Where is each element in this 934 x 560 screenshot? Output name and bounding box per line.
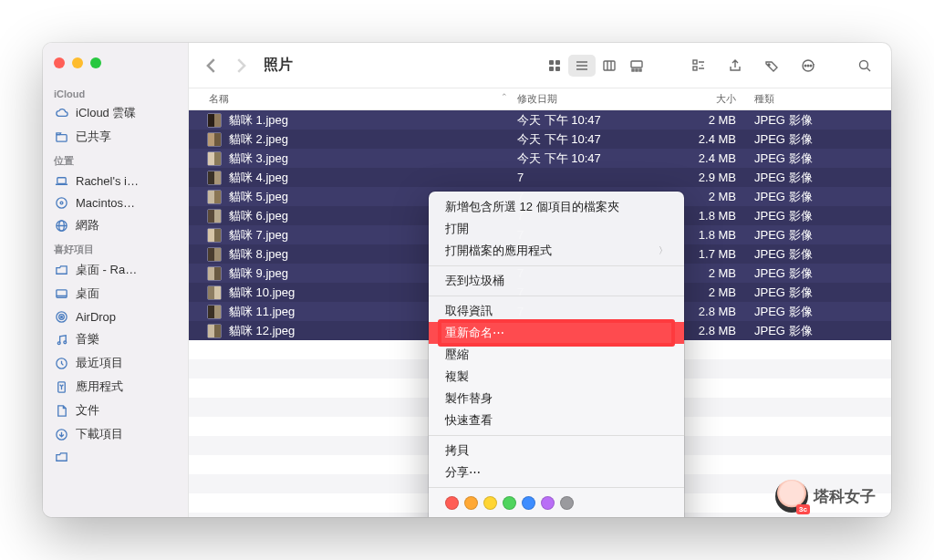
menu-item[interactable]: 丟到垃圾桶 — [429, 270, 684, 292]
sidebar-section-title: 位置 — [43, 149, 188, 170]
tag-color-dot[interactable] — [541, 496, 555, 510]
sidebar-item[interactable]: 下載項目 — [43, 422, 188, 446]
menu-item[interactable]: 打開檔案的應用程式〉 — [429, 240, 684, 262]
svg-point-13 — [57, 341, 60, 344]
menu-item[interactable]: 製作替身 — [429, 388, 684, 410]
menu-item[interactable]: 打開 — [429, 218, 684, 240]
file-name: 貓咪 3.jpeg — [229, 150, 517, 167]
file-thumbnail-icon — [207, 324, 222, 338]
sidebar-item[interactable]: 桌面 — [43, 282, 188, 306]
action-button[interactable] — [794, 55, 822, 77]
file-name: 貓咪 4.jpeg — [229, 170, 517, 186]
tag-color-dot[interactable] — [483, 496, 497, 510]
column-kind[interactable]: 種類 — [754, 92, 891, 106]
sidebar-item[interactable]: iCloud 雲碟 — [43, 101, 188, 125]
column-name[interactable]: 名稱 ⌃ — [189, 92, 517, 106]
file-thumbnail-icon — [207, 151, 222, 166]
file-size: 2 MB — [672, 285, 754, 299]
file-date: 今天 下午 10:47 — [517, 131, 672, 148]
gallery-view-button[interactable] — [623, 55, 650, 77]
sidebar-item[interactable]: 桌面 - Ra… — [43, 258, 188, 282]
file-row[interactable]: 貓咪 4.jpeg 7 2.9 MB JPEG 影像 — [189, 168, 891, 187]
watermark-text: 塔科女子 — [814, 486, 876, 507]
column-date[interactable]: 修改日期 — [517, 92, 672, 106]
globe-icon — [54, 218, 68, 233]
sidebar-item-label: Rachel's i… — [76, 174, 139, 188]
svg-rect-18 — [549, 60, 554, 65]
menu-item[interactable]: 分享⋯ — [429, 461, 684, 483]
group-button[interactable] — [685, 55, 712, 77]
file-row[interactable]: 貓咪 3.jpeg 今天 下午 10:47 2.4 MB JPEG 影像 — [189, 149, 891, 168]
menu-item-label: 複製 — [445, 368, 469, 385]
sidebar-item[interactable]: Rachel's i… — [43, 170, 188, 192]
close-button[interactable] — [54, 57, 65, 68]
watermark: 塔科女子 — [775, 480, 876, 513]
menu-item-label: 丟到垃圾桶 — [445, 273, 504, 289]
sidebar-item[interactable]: 網路 — [43, 213, 188, 237]
sidebar-item[interactable]: 文件 — [43, 399, 188, 422]
cloud-icon — [54, 106, 68, 120]
folder-icon — [54, 263, 68, 277]
fullscreen-button[interactable] — [90, 57, 101, 68]
file-kind: JPEG 影像 — [754, 265, 891, 282]
minimize-button[interactable] — [72, 57, 83, 68]
sidebar-item[interactable]: 已共享 — [43, 125, 188, 149]
sidebar-item[interactable]: AirDrop — [43, 306, 188, 327]
traffic-lights — [43, 54, 188, 83]
file-size: 2 MB — [672, 266, 754, 280]
file-row[interactable]: 貓咪 1.jpeg 今天 下午 10:47 2 MB JPEG 影像 — [189, 110, 891, 130]
sidebar-item-label: 已共享 — [76, 129, 111, 145]
sidebar-item[interactable]: 最近項目 — [43, 351, 188, 375]
svg-point-12 — [60, 316, 62, 317]
toolbar: 照片 — [189, 43, 891, 88]
file-size: 1.7 MB — [672, 247, 754, 261]
forward-button[interactable] — [231, 56, 251, 76]
file-date: 7 — [517, 171, 672, 184]
sidebar-item-label: 網路 — [76, 217, 99, 233]
menu-item[interactable]: 壓縮 — [429, 344, 684, 366]
svg-rect-29 — [632, 69, 634, 71]
file-thumbnail-icon — [207, 266, 222, 281]
sidebar-item[interactable]: Macintos… — [43, 192, 188, 213]
file-size: 1.8 MB — [672, 228, 754, 242]
tag-color-dot[interactable] — [503, 496, 516, 510]
menu-item-label: 製作替身 — [445, 390, 493, 407]
back-button[interactable] — [202, 56, 222, 76]
tag-color-row — [429, 492, 684, 514]
menu-separator — [429, 296, 684, 296]
menu-item[interactable]: 重新命名⋯ — [429, 322, 684, 344]
menu-item[interactable]: 取得資訊 — [429, 300, 684, 322]
svg-rect-25 — [604, 61, 615, 70]
file-size: 2.8 MB — [672, 324, 754, 337]
tag-color-dot[interactable] — [445, 496, 459, 510]
column-size[interactable]: 大小 — [672, 92, 754, 106]
file-size: 1.8 MB — [672, 209, 754, 223]
menu-item-label: 快速查看 — [445, 412, 493, 429]
sidebar-item[interactable] — [43, 446, 188, 468]
svg-point-39 — [807, 65, 809, 67]
column-view-button[interactable] — [596, 55, 623, 77]
icon-view-button[interactable] — [541, 55, 568, 77]
file-row[interactable]: 貓咪 2.jpeg 今天 下午 10:47 2.4 MB JPEG 影像 — [189, 130, 891, 149]
sidebar-section-title: iCloud — [43, 83, 188, 101]
svg-rect-28 — [631, 61, 642, 67]
sidebar-item-label: 桌面 - Ra… — [76, 262, 137, 278]
menu-item[interactable]: 標籤⋯ — [429, 514, 684, 517]
tag-color-dot[interactable] — [464, 496, 478, 510]
menu-item[interactable]: 快速查看 — [429, 410, 684, 431]
svg-point-41 — [860, 60, 868, 68]
menu-item[interactable]: 新增包含所選 12 個項目的檔案夾 — [429, 196, 684, 218]
menu-item[interactable]: 拷貝 — [429, 440, 684, 461]
sidebar-item[interactable]: 應用程式 — [43, 375, 188, 399]
column-headers: 名稱 ⌃ 修改日期 大小 種類 — [189, 88, 891, 110]
list-view-button[interactable] — [568, 55, 596, 77]
share-button[interactable] — [721, 55, 749, 77]
search-button[interactable] — [851, 55, 878, 77]
tag-button[interactable] — [758, 55, 785, 77]
tag-color-dot[interactable] — [560, 496, 574, 510]
menu-item[interactable]: 複製 — [429, 366, 684, 388]
menu-item-label: 新增包含所選 12 個項目的檔案夾 — [445, 199, 619, 215]
doc-icon — [54, 403, 68, 418]
tag-color-dot[interactable] — [522, 496, 535, 510]
sidebar-item[interactable]: 音樂 — [43, 327, 188, 351]
